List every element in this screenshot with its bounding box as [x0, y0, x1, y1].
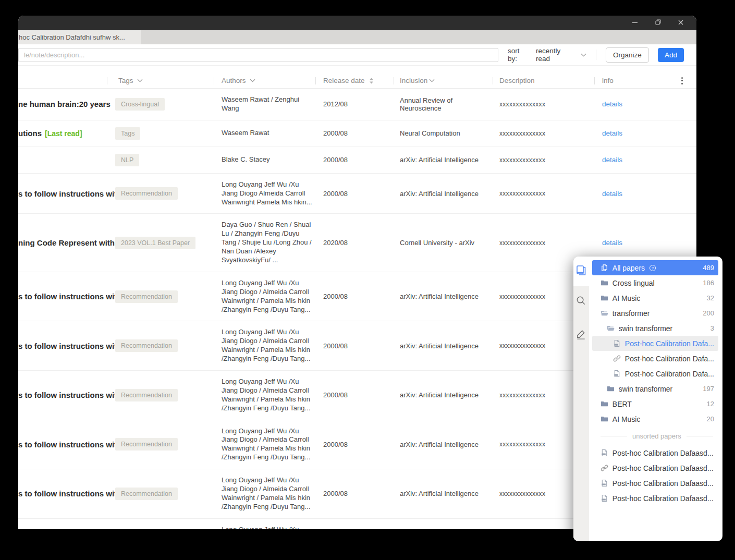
- folder-icon: [601, 400, 608, 408]
- details-link[interactable]: details: [602, 100, 622, 108]
- release-date-cell: 2020/08: [315, 239, 394, 247]
- tag-pill[interactable]: Recommendation: [115, 389, 178, 401]
- search-input[interactable]: [18, 48, 498, 62]
- tree-item-count: 12: [703, 400, 714, 408]
- release-date-cell: 2000/08: [315, 342, 394, 350]
- tag-pill[interactable]: Tags: [115, 127, 140, 140]
- table-row[interactable]: ne human brain:20 years Cross-lingual Wa…: [18, 89, 696, 120]
- paper-title: s to follow instructions with: [18, 292, 121, 301]
- tree-item[interactable]: All papers?489: [592, 260, 718, 275]
- minimize-icon: [632, 18, 638, 28]
- toolbar-divider: [596, 50, 596, 60]
- pdf-icon: [601, 449, 608, 457]
- details-link[interactable]: details: [602, 156, 622, 164]
- authors-cell: Long Ouyang Jeff Wu /Xu Jiang Diogo / Al…: [214, 378, 315, 413]
- floating-folder-panel: All papers?489Cross lingual186AI Music32…: [573, 257, 722, 541]
- tree-item[interactable]: Post-hoc Calibration Dafaasd...: [592, 445, 718, 460]
- tree-item[interactable]: Post-hoc Calibration Dafaasd...: [592, 476, 718, 491]
- tree-item[interactable]: Post-hoc Calibration Dafa...: [592, 366, 718, 381]
- tree-item-count: 3: [706, 324, 714, 332]
- column-description: Description: [493, 73, 594, 88]
- close-icon: [678, 18, 684, 28]
- window-titlebar: [18, 16, 696, 30]
- tree-item[interactable]: Cross lingual186: [592, 275, 718, 290]
- tree-item[interactable]: Post-hoc Calibration Dafa...: [592, 351, 718, 366]
- authors-cell: Long Ouyang Jeff Wu /Xu Jiang Diogo Alme…: [214, 180, 315, 207]
- table-row[interactable]: NLP Blake C. Stacey 2000/08 arXiv: Artif…: [18, 147, 696, 174]
- release-date-cell: 2000/08: [315, 129, 394, 137]
- details-link[interactable]: details: [602, 239, 622, 247]
- inclusion-cell: arXiv: Artificial Intelligence: [394, 293, 493, 300]
- table-row[interactable]: s to follow instructions with Recommenda…: [18, 174, 696, 214]
- panel-tree: All papers?489Cross lingual186AI Music32…: [589, 257, 722, 541]
- inclusion-cell: Annual Review of Neuroscience: [394, 96, 493, 112]
- tree-item-count: 197: [699, 385, 714, 393]
- paper-title: utions: [18, 129, 42, 138]
- column-authors[interactable]: Authors: [214, 73, 315, 88]
- tree-item[interactable]: AI Music20: [592, 411, 718, 427]
- tab-active-paper[interactable]: hoc Calibration Dafafdhi sufhw sk...: [18, 30, 141, 44]
- folder-open-icon: [607, 324, 615, 332]
- tag-pill[interactable]: Cross-lingual: [115, 98, 165, 111]
- column-menu-button[interactable]: [679, 75, 685, 87]
- release-date-cell: 2012/08: [315, 100, 394, 108]
- paper-title: ne human brain:20 years: [18, 100, 111, 108]
- table-row[interactable]: utions [Last read] Tags Waseem Rawat 200…: [18, 120, 696, 147]
- sort-value: recently read: [536, 47, 577, 63]
- tree-item-label: Post-hoc Calibration Dafa...: [625, 339, 714, 348]
- tree-item[interactable]: transformer200: [592, 306, 718, 321]
- close-button[interactable]: [677, 19, 685, 27]
- authors-cell: Blake C. Stacey: [214, 155, 315, 164]
- last-read-badge: [Last read]: [45, 129, 82, 138]
- tree-item[interactable]: AI Music32: [592, 290, 718, 306]
- column-inclusion[interactable]: Inclusion: [394, 73, 493, 88]
- tag-pill[interactable]: Recommendation: [115, 438, 178, 451]
- tree-item-label: Post-hoc Calibration Dafaasd...: [612, 464, 714, 472]
- tag-pill[interactable]: Recommendation: [115, 187, 178, 200]
- minimize-button[interactable]: [631, 19, 639, 27]
- svg-text:?: ?: [652, 265, 654, 270]
- pdf-icon: [601, 479, 608, 487]
- details-link[interactable]: details: [602, 190, 622, 198]
- restore-button[interactable]: [654, 19, 662, 27]
- description-cell: xxxxxxxxxxxxxx: [493, 101, 594, 108]
- tree-item-label: Post-hoc Calibration Dafa...: [625, 370, 714, 378]
- inclusion-cell: arXiv: Artificial Intelligence: [394, 342, 493, 350]
- column-release-date[interactable]: Release date: [315, 73, 394, 88]
- tag-pill[interactable]: Recommendation: [115, 488, 178, 500]
- unsorted-papers-divider: unsorted papers: [592, 427, 718, 445]
- column-info: info: [594, 73, 667, 88]
- column-tags[interactable]: Tags: [107, 73, 214, 88]
- tree-item[interactable]: swin transformer197: [592, 381, 718, 396]
- organize-button[interactable]: Organize: [606, 47, 650, 63]
- authors-cell: Long Ouyang Jeff Wu /Xu Jiang Diogo / Al…: [214, 279, 315, 314]
- tree-item[interactable]: Post-hoc Calibration Dafa...: [592, 336, 718, 351]
- tree-item-label: Post-hoc Calibration Dafa...: [625, 355, 714, 363]
- description-cell: xxxxxxxxxxxxxx: [493, 156, 594, 164]
- library-tab[interactable]: [573, 257, 589, 286]
- description-cell: xxxxxxxxxxxxxx: [493, 130, 594, 137]
- tree-item[interactable]: Post-hoc Calibration Dafaasd...: [592, 460, 718, 476]
- folder-icon: [601, 415, 608, 423]
- tag-pill[interactable]: Recommendation: [115, 339, 178, 352]
- tree-item[interactable]: Post-hoc Calibration Dafaasd...: [592, 491, 718, 506]
- column-title: [18, 73, 107, 88]
- add-button[interactable]: Add: [658, 48, 684, 62]
- tag-pill[interactable]: 2023 VOL.1 Best Paper: [115, 237, 195, 249]
- panel-edit-button[interactable]: [575, 328, 587, 343]
- pdf-icon: [613, 339, 621, 347]
- tree-item[interactable]: BERT12: [592, 396, 718, 411]
- tag-pill[interactable]: NLP: [115, 154, 139, 166]
- sort-dropdown[interactable]: recently read: [536, 47, 586, 63]
- details-link[interactable]: details: [602, 129, 622, 137]
- edit-icon: [575, 328, 587, 343]
- pdf-icon: [601, 494, 608, 502]
- inclusion-cell: arXiv: Artificial Intelligence: [394, 391, 493, 399]
- help-icon[interactable]: ?: [649, 264, 656, 272]
- paper-title: ning Code Represent with: [18, 238, 115, 247]
- tree-item[interactable]: swin transformer3: [592, 321, 718, 336]
- tag-pill[interactable]: Recommendation: [115, 290, 178, 303]
- panel-search-button[interactable]: [575, 295, 587, 309]
- paper-title: s to follow instructions with: [18, 189, 121, 198]
- paper-title: s to follow instructions with: [18, 391, 121, 399]
